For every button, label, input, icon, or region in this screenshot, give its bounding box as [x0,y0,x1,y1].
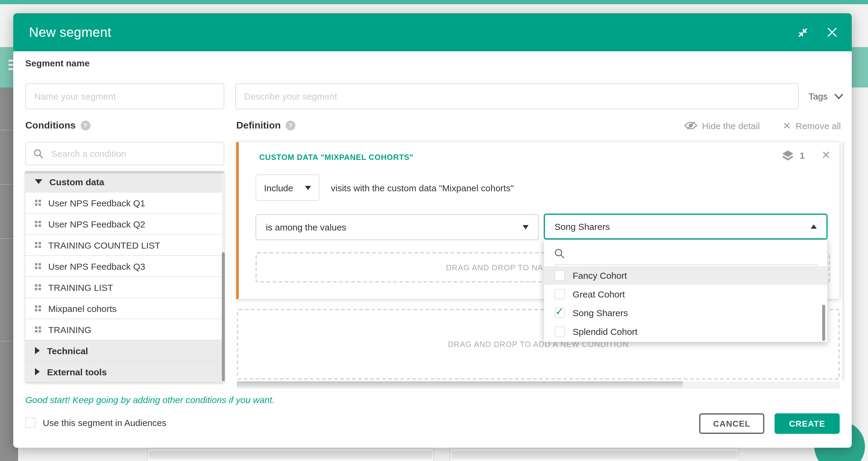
value-dropdown[interactable]: Song Sharers [544,213,828,239]
group-label: Custom data [50,176,104,187]
caret-up-icon [811,225,817,229]
drag-handle-icon [35,326,41,333]
option-label: Song Sharers [572,308,628,318]
drag-handle-icon [35,242,41,248]
group-label: External tools [47,367,107,377]
dropdown-search[interactable] [554,245,817,262]
condition-card-title: CUSTOM DATA "MIXPANEL COHORTS" [259,153,413,162]
modal-title: New segment [29,24,111,40]
segment-name-label: Segment name [25,58,90,68]
search-icon [554,248,565,259]
create-button[interactable]: CREATE [775,413,840,434]
definition-section-header: Definition ? [236,119,296,132]
condition-group-technical[interactable]: Technical [25,340,224,362]
option-splendid-cohort[interactable]: Splendid Cohort [544,322,827,341]
audiences-label: Use this segment in Audiences [43,417,166,428]
top-accent-strip [0,0,868,4]
condition-item[interactable]: TRAINING COUNTED LIST [25,235,224,256]
condition-search-input[interactable] [50,148,216,159]
conditions-section-header: Conditions ? [25,119,90,132]
option-fancy-cohort[interactable]: Fancy Cohort [544,266,827,285]
condition-group-external-tools[interactable]: External tools [25,362,224,382]
triangle-right-icon [35,368,40,375]
drag-handle-icon [35,200,41,206]
condition-item-label: TRAINING [48,324,91,335]
conditions-label: Conditions [25,120,76,131]
condition-item-label: User NPS Feedback Q2 [48,219,145,229]
checkbox-unchecked[interactable] [555,270,565,281]
include-label: Include [264,182,293,193]
remove-all-icon[interactable]: ✕ [783,120,791,131]
condition-sentence: visits with the custom data "Mixpanel co… [331,174,514,201]
check-icon: ✓ [555,305,564,318]
condition-item[interactable]: User NPS Feedback Q1 [25,193,224,213]
drag-handle-icon [35,305,41,311]
drag-handle-icon [35,263,41,269]
condition-item[interactable]: Mixpanel cohorts [25,298,224,319]
background-content [18,448,868,461]
condition-search [25,142,224,165]
dropdown-scrollbar[interactable] [822,305,825,341]
segment-description-input[interactable] [235,83,799,109]
segment-name-input[interactable] [25,83,224,109]
value-dropdown-panel: Fancy Cohort Great Cohort ✓ Song Sharers… [544,239,828,342]
chevron-down-icon [834,93,843,99]
group-label: Technical [47,345,88,356]
cancel-button[interactable]: CANCEL [699,413,764,434]
condition-item[interactable]: TRAINING LIST [25,277,224,298]
modal-header: New segment [13,13,852,51]
search-icon [33,148,44,159]
conditions-scrollbar[interactable] [222,171,225,382]
audiences-checkbox[interactable] [25,417,36,428]
condition-group-custom-data[interactable]: Custom data [25,171,224,193]
condition-list: Custom data User NPS Feedback Q1 User NP… [25,171,224,382]
condition-item-label: User NPS Feedback Q3 [48,261,145,271]
progress-hint: Good start! Keep going by adding other c… [25,395,275,405]
option-label: Splendid Cohort [572,326,638,337]
tags-dropdown[interactable]: Tags [809,83,843,109]
condition-item-label: Mixpanel cohorts [48,303,117,314]
condition-item[interactable]: User NPS Feedback Q3 [25,256,224,277]
divider [554,264,817,265]
value-label: Song Sharers [555,222,610,232]
collapse-icon[interactable] [796,26,809,39]
option-great-cohort[interactable]: Great Cohort [544,285,827,304]
condition-item-label: User NPS Feedback Q1 [48,198,145,208]
drag-handle-icon [35,221,41,227]
include-dropdown[interactable]: Include [255,174,319,201]
conditions-help-icon[interactable]: ? [81,121,90,130]
caret-down-icon [523,225,529,229]
operator-label: is among the values [266,222,346,232]
operator-dropdown[interactable]: is among the values [255,214,539,240]
hide-detail-button[interactable]: Hide the detail [702,120,760,131]
hide-detail-icon[interactable] [684,121,697,130]
drag-handle-icon [35,284,41,290]
definition-help-icon[interactable]: ? [286,121,296,130]
layers-icon [781,150,794,161]
new-segment-modal: New segment Segment name [13,13,852,448]
option-song-sharers[interactable]: ✓ Song Sharers [544,304,827,322]
horizontal-scrollbar[interactable] [237,381,840,388]
close-icon[interactable] [825,26,838,39]
caret-down-icon [305,185,311,190]
condition-item[interactable]: User NPS Feedback Q2 [25,213,224,235]
remove-condition-icon[interactable]: ✕ [822,150,831,161]
option-label: Fancy Cohort [572,270,627,281]
tags-label: Tags [809,91,828,102]
checkbox-unchecked[interactable] [555,289,565,299]
condition-item-label: TRAINING COUNTED LIST [48,240,160,250]
definition-label: Definition [236,120,281,131]
condition-item[interactable]: TRAINING [25,319,224,340]
screen: New segment Segment name [0,0,868,461]
definition-scroll-track [842,142,844,381]
triangle-right-icon [35,347,40,354]
remove-all-button[interactable]: Remove all [796,120,841,131]
triangle-down-icon [35,179,42,184]
condition-item-label: TRAINING LIST [48,282,113,292]
layer-count: 1 [800,150,805,160]
option-label: Great Cohort [572,289,625,299]
checkbox-unchecked[interactable] [555,326,565,337]
